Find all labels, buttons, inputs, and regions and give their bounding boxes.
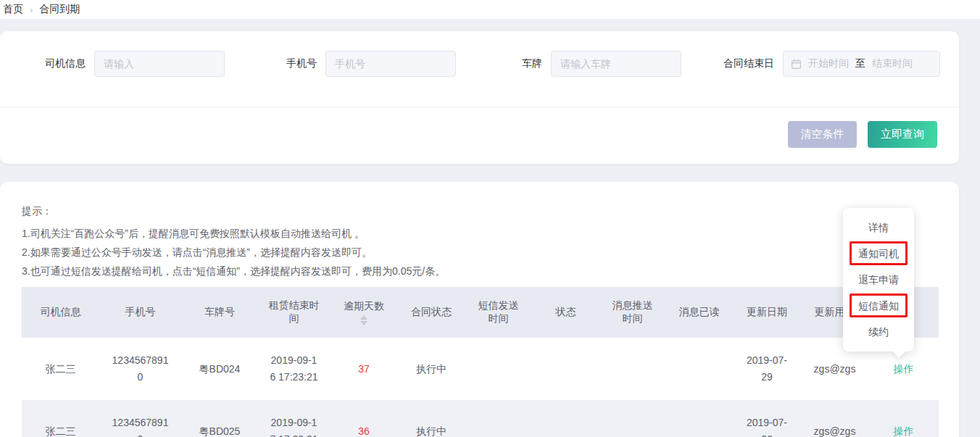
phone-label: 手机号: [286, 57, 317, 70]
cell-driver: 张二三: [22, 338, 99, 400]
column-header-msg_read: 消息已读: [665, 287, 733, 338]
cell-update_date: 2019-07-29: [733, 338, 801, 400]
filter-panel: 司机信息 手机号 车牌 合同结束日 开始时间 至 结束时间 清空条件 立即查询: [0, 31, 959, 164]
cell-overdue_days: 37: [330, 338, 398, 400]
tips-list: 1.司机关注“百跑公众号”后，提醒消息可免费按照默认模板自动推送给司机 。2.如…: [22, 224, 939, 280]
column-header-push_time: 消息推送时间: [599, 287, 665, 338]
contract-end-date-label: 合同结束日: [723, 57, 774, 70]
popup-item[interactable]: 详情: [850, 215, 908, 241]
table-row: 张二三12345678910粤BD0252019-09-17 17:23:213…: [22, 400, 939, 437]
breadcrumb-home[interactable]: 首页: [3, 3, 23, 16]
cell-sms_time: [465, 400, 532, 437]
column-header-status: 状态: [532, 287, 599, 338]
column-header-lease_end: 租赁结束时间: [258, 287, 330, 338]
breadcrumb: 首页 › 合同到期: [0, 0, 980, 19]
breadcrumb-current: 合同到期: [39, 3, 80, 16]
popup-item[interactable]: 短信通知: [850, 294, 908, 317]
popup-item[interactable]: 退车申请: [850, 267, 908, 293]
cell-plate: 粤BD025: [181, 400, 258, 437]
column-header-phone: 手机号: [99, 287, 181, 338]
cell-push_time: [599, 400, 665, 437]
cell-phone: 12345678910: [99, 400, 181, 437]
sort-icon[interactable]: [360, 315, 368, 325]
cell-msg_read: [665, 400, 733, 437]
cell-contract_status: 执行中: [398, 338, 465, 400]
driver-info-input[interactable]: [94, 51, 225, 77]
table-header-row: 司机信息手机号车牌号租赁结束时间逾期天数合同状态短信发送时间状态消息推送时间消息…: [22, 287, 939, 338]
cell-contract_status: 执行中: [398, 400, 465, 437]
plate-label: 车牌: [522, 57, 542, 70]
cell-msg_read: [665, 338, 733, 400]
cell-phone: 12345678910: [99, 338, 181, 400]
result-panel: 提示： 1.司机关注“百跑公众号”后，提醒消息可免费按照默认模板自动推送给司机 …: [0, 182, 959, 437]
popup-item[interactable]: 续约: [850, 319, 908, 345]
column-header-contract_status: 合同状态: [398, 287, 465, 338]
start-time-placeholder[interactable]: 开始时间: [808, 57, 849, 70]
tip-line: 1.司机关注“百跑公众号”后，提醒消息可免费按照默认模板自动推送给司机 。: [22, 224, 939, 243]
cell-push_time: [599, 338, 665, 400]
cell-lease_end: 2019-09-16 17:23:21: [258, 338, 330, 400]
column-header-overdue_days: 逾期天数: [330, 287, 398, 338]
date-range-picker[interactable]: 开始时间 至 结束时间: [783, 51, 940, 77]
cell-action[interactable]: 操作: [868, 400, 939, 437]
clear-conditions-button[interactable]: 清空条件: [788, 121, 857, 148]
cell-overdue_days: 36: [330, 400, 398, 437]
cell-update_date: 2019-07-26: [733, 400, 801, 437]
cell-sms_time: [465, 338, 532, 400]
tip-line: 3.也可通过短信发送提醒给司机，点击“短信通知”，选择提醒内容发送即可，费用为0…: [22, 262, 939, 280]
phone-input[interactable]: [325, 51, 456, 77]
action-popup-menu: 详情通知司机退车申请短信通知续约: [843, 208, 914, 351]
filter-divider: [0, 107, 959, 107]
column-header-sms_time: 短信发送时间: [465, 287, 532, 338]
cell-status: [532, 400, 599, 437]
cell-status: [532, 338, 599, 400]
calendar-icon: [791, 59, 802, 70]
cell-driver: 张二三: [22, 400, 99, 437]
cell-plate: 粤BD024: [181, 338, 258, 400]
popup-item[interactable]: 通知司机: [850, 241, 908, 265]
date-range-separator: 至: [855, 57, 865, 70]
tips-title: 提示：: [22, 205, 939, 218]
plate-input[interactable]: [551, 51, 681, 77]
cell-update_user: zgs@zgs: [801, 400, 868, 437]
breadcrumb-separator-icon: ›: [30, 4, 33, 15]
end-time-placeholder[interactable]: 结束时间: [872, 57, 913, 70]
query-now-button[interactable]: 立即查询: [868, 121, 937, 148]
table-row: 张二三12345678910粤BD0242019-09-16 17:23:213…: [22, 338, 939, 400]
driver-info-label: 司机信息: [45, 57, 86, 70]
cell-lease_end: 2019-09-17 17:23:21: [258, 400, 330, 437]
column-header-driver: 司机信息: [22, 287, 99, 338]
column-header-plate: 车牌号: [181, 287, 258, 338]
contracts-table: 司机信息手机号车牌号租赁结束时间逾期天数合同状态短信发送时间状态消息推送时间消息…: [22, 287, 939, 437]
column-header-update_date: 更新日期: [733, 287, 801, 338]
tip-line: 2.如果需要通过公众号手动发送，请点击“消息推送”，选择提醒内容发送即可。: [22, 243, 939, 262]
